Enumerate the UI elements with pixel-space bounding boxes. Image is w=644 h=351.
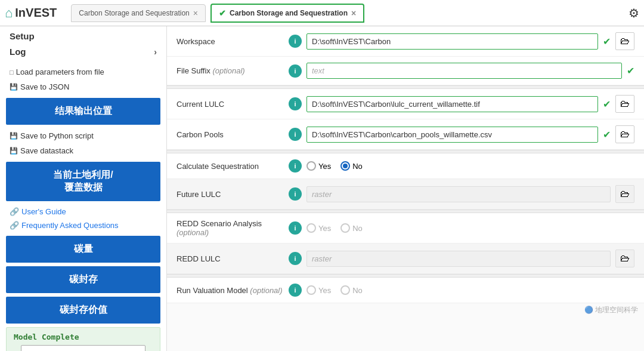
- calc-sequestration-no-label: No: [352, 162, 363, 171]
- model-complete-area: Model Complete Open Workspace: [6, 327, 160, 351]
- calc-sequestration-no-dot: [343, 164, 348, 168]
- top-bar: ⌂ InVEST Carbon Storage and Sequestratio…: [0, 0, 644, 26]
- carbon-pools-input[interactable]: [306, 127, 598, 143]
- sidebar-item-load-params-label: Load parameters from file: [16, 67, 104, 76]
- future-lulc-folder-btn[interactable]: 🗁: [615, 185, 634, 203]
- run-valuation-yes[interactable]: Yes: [306, 285, 331, 295]
- workspace-label: Workspace: [177, 37, 284, 46]
- workspace-folder-btn[interactable]: 🗁: [615, 32, 634, 50]
- log-arrow-icon: ›: [154, 47, 157, 57]
- carbon-pools-label: Carbon Pools: [177, 130, 284, 139]
- redd-scenario-radio-group: Yes No: [306, 223, 634, 233]
- calc-sequestration-label: Calculate Sequestration: [177, 162, 284, 171]
- calc-sequestration-row: Calculate Sequestration i Yes No: [167, 153, 644, 179]
- workspace-row: Workspace i ✔ 🗁: [167, 26, 644, 57]
- save-json-icon: 💾: [10, 83, 18, 91]
- run-valuation-no-circle: [340, 285, 350, 295]
- redd-scenario-yes-circle: [306, 223, 316, 233]
- run-valuation-no-label: No: [352, 286, 363, 295]
- card-current-lulc[interactable]: 当前土地利用/ 覆盖数据: [6, 162, 160, 201]
- carbon-pools-info-btn[interactable]: i: [289, 128, 302, 141]
- run-valuation-info-btn[interactable]: i: [289, 284, 302, 297]
- gear-icon[interactable]: ⚙: [628, 6, 639, 20]
- file-suffix-info-btn[interactable]: i: [289, 64, 302, 78]
- calc-sequestration-no-circle: [340, 161, 350, 171]
- current-lulc-row: Current LULC i ✔ 🗁: [167, 89, 644, 119]
- run-valuation-row: Run Valuation Model (optional) i Yes No: [167, 278, 644, 303]
- redd-scenario-yes[interactable]: Yes: [306, 223, 331, 233]
- redd-scenario-no-circle: [340, 223, 350, 233]
- faq-link[interactable]: 🔗 Frequently Asked Questions: [0, 218, 166, 232]
- tab-inactive[interactable]: Carbon Storage and Sequestration ×: [71, 4, 206, 22]
- faq-label: Frequently Asked Questions: [21, 221, 119, 230]
- calc-sequestration-yes-label: Yes: [318, 162, 331, 171]
- log-item[interactable]: Log ›: [0, 44, 166, 60]
- calc-sequestration-yes[interactable]: Yes: [306, 161, 331, 171]
- sidebar-item-save-python[interactable]: 💾 Save to Python script: [0, 128, 166, 143]
- future-lulc-label: Future LULC: [177, 190, 284, 199]
- file-suffix-label: File Suffix (optional): [177, 66, 284, 75]
- tab-check-icon: ✔: [219, 8, 226, 18]
- calc-sequestration-yes-circle: [306, 161, 316, 171]
- model-complete-label: Model Complete: [14, 332, 153, 341]
- redd-lulc-info-btn[interactable]: i: [289, 252, 302, 265]
- sidebar-item-save-datastack[interactable]: 💾 Save datastack: [0, 143, 166, 158]
- redd-lulc-folder-btn[interactable]: 🗁: [615, 250, 634, 267]
- redd-scenario-no-label: No: [352, 224, 363, 233]
- current-lulc-check-icon: ✔: [603, 98, 611, 110]
- save-python-icon: 💾: [10, 132, 18, 140]
- run-valuation-yes-label: Yes: [318, 286, 331, 295]
- calc-sequestration-radio-group: Yes No: [306, 161, 634, 171]
- sidebar-item-save-python-label: Save to Python script: [20, 131, 94, 140]
- redd-scenario-yes-label: Yes: [318, 224, 331, 233]
- current-lulc-label: Current LULC: [177, 100, 284, 109]
- run-valuation-yes-circle: [306, 285, 316, 295]
- tab-inactive-close[interactable]: ×: [193, 8, 198, 18]
- save-datastack-icon: 💾: [10, 147, 18, 155]
- calc-sequestration-no[interactable]: No: [340, 161, 363, 171]
- link-icon-faq: 🔗: [10, 221, 19, 230]
- log-label: Log: [10, 47, 26, 57]
- file-icon: □: [10, 69, 14, 76]
- run-valuation-label: Run Valuation Model (optional): [177, 286, 284, 295]
- card-carbon[interactable]: 碳量: [6, 236, 160, 263]
- sidebar-item-save-datastack-label: Save datastack: [20, 146, 73, 155]
- redd-scenario-label: REDD Scenario Analysis(optional): [177, 219, 284, 237]
- tab-inactive-label: Carbon Storage and Sequestration: [79, 9, 189, 17]
- tab-active-close[interactable]: ×: [351, 8, 356, 18]
- current-lulc-info-btn[interactable]: i: [289, 97, 302, 110]
- sidebar-item-save-json[interactable]: 💾 Save to JSON: [0, 79, 166, 94]
- redd-lulc-input: raster: [306, 251, 611, 267]
- run-valuation-no[interactable]: No: [340, 285, 363, 295]
- carbon-pools-folder-btn[interactable]: 🗁: [615, 125, 634, 143]
- tab-active[interactable]: ✔ Carbon Storage and Sequestration ×: [210, 4, 364, 23]
- redd-scenario-info-btn[interactable]: i: [289, 221, 302, 235]
- open-workspace-button[interactable]: Open Workspace: [21, 345, 146, 351]
- setup-label: Setup: [0, 26, 166, 44]
- watermark: 🔵 地理空间科学: [584, 305, 638, 315]
- redd-scenario-row: REDD Scenario Analysis(optional) i Yes N…: [167, 213, 644, 244]
- content-area: Workspace i ✔ 🗁 File Suffix (optional) i…: [167, 26, 644, 351]
- user-guide-link[interactable]: 🔗 User's Guide: [0, 205, 166, 218]
- file-suffix-input[interactable]: [306, 63, 622, 79]
- current-lulc-input[interactable]: [306, 96, 598, 112]
- carbon-pools-row: Carbon Pools i ✔ 🗁: [167, 119, 644, 150]
- card-sequestration-value[interactable]: 碳封存价值: [6, 297, 160, 324]
- workspace-input[interactable]: [306, 33, 598, 50]
- calc-sequestration-info-btn[interactable]: i: [289, 159, 302, 173]
- user-guide-label: User's Guide: [21, 207, 66, 216]
- current-lulc-folder-btn[interactable]: 🗁: [615, 95, 634, 113]
- link-icon-user-guide: 🔗: [10, 207, 19, 216]
- sidebar: Setup Log › □ Load parameters from file …: [0, 26, 167, 351]
- tab-active-label: Carbon Storage and Sequestration: [230, 9, 348, 17]
- redd-scenario-no[interactable]: No: [340, 223, 363, 233]
- future-lulc-input: raster: [306, 186, 611, 202]
- main-layout: Setup Log › □ Load parameters from file …: [0, 26, 644, 351]
- card-sequestration[interactable]: 碳封存: [6, 266, 160, 293]
- workspace-info-btn[interactable]: i: [289, 35, 302, 48]
- future-lulc-info-btn[interactable]: i: [289, 187, 302, 201]
- sidebar-item-load-params[interactable]: □ Load parameters from file: [0, 64, 166, 79]
- card-current-lulc-line2: 覆盖数据: [64, 182, 103, 192]
- redd-lulc-row: REDD LULC i raster 🗁: [167, 244, 644, 274]
- card-results-output[interactable]: 结果输出位置: [6, 98, 160, 125]
